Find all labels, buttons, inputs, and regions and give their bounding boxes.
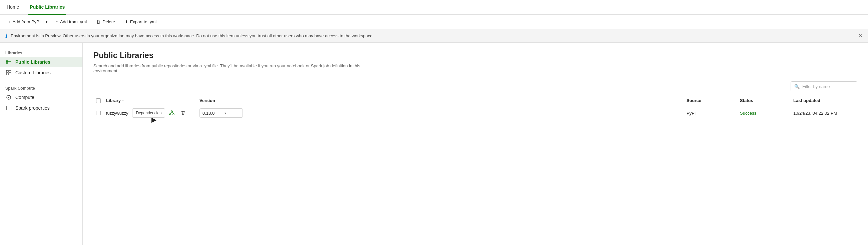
col-last-updated-label: Last updated xyxy=(793,98,820,103)
svg-line-16 xyxy=(170,112,172,114)
version-dropdown[interactable]: 0.18.0 ▾ xyxy=(199,108,243,118)
custom-libraries-icon xyxy=(5,70,12,75)
sidebar-public-libraries-label: Public Libraries xyxy=(16,59,50,65)
sidebar-item-public-libraries[interactable]: Public Libraries xyxy=(0,57,83,67)
row-version-cell: 0.18.0 ▾ xyxy=(197,108,684,118)
sidebar-item-compute[interactable]: Compute xyxy=(0,92,83,103)
library-table: Library ↑ Version Source Status Last upd… xyxy=(93,95,857,120)
filter-input-wrap: 🔍 xyxy=(790,81,857,91)
table-header: Library ↑ Version Source Status Last upd… xyxy=(93,95,857,106)
last-updated-value: 10/24/23, 04:22:02 PM xyxy=(793,111,837,116)
public-libraries-icon xyxy=(5,59,12,65)
filter-input[interactable] xyxy=(802,84,854,89)
libraries-section-label: Libraries xyxy=(0,48,83,57)
add-from-pypi-dropdown[interactable]: ▾ xyxy=(43,17,50,27)
page-title: Public Libraries xyxy=(93,51,857,60)
version-chevron-icon: ▾ xyxy=(224,111,226,115)
col-last-updated: Last updated xyxy=(790,98,857,103)
page-description: Search and add libraries from public rep… xyxy=(93,63,360,73)
sidebar-compute-label: Compute xyxy=(16,95,34,100)
row-library-cell: fuzzywuzzy Dependencies xyxy=(103,108,197,118)
delete-label: Delete xyxy=(102,19,115,24)
svg-rect-4 xyxy=(9,70,11,72)
col-source-label: Source xyxy=(686,98,701,103)
add-from-yml-label: Add from .yml xyxy=(60,19,87,24)
upload-icon: ↑ xyxy=(56,19,58,24)
status-value: Success xyxy=(740,111,756,116)
banner-close-button[interactable]: ✕ xyxy=(858,33,863,39)
header-checkbox[interactable] xyxy=(96,98,101,103)
row-source-cell: PyPI xyxy=(684,111,737,116)
col-source: Source xyxy=(684,98,737,103)
export-to-yml-label: Export to .yml xyxy=(130,19,156,24)
row-status-cell: Success xyxy=(737,111,790,116)
row-last-updated-cell: 10/24/23, 04:22:02 PM xyxy=(790,111,857,116)
main-layout: Libraries Public Libraries Custom Librar… xyxy=(0,43,868,245)
svg-rect-3 xyxy=(6,70,8,72)
svg-line-17 xyxy=(172,112,174,114)
row-checkbox-cell xyxy=(93,111,103,115)
col-library: Library ↑ xyxy=(103,98,197,103)
sidebar-spark-properties-label: Spark properties xyxy=(16,105,50,111)
source-value: PyPI xyxy=(686,111,695,116)
nav-home[interactable]: Home xyxy=(5,0,20,15)
row-checkbox[interactable] xyxy=(96,111,101,115)
banner-content: ℹ Environment is in Preview. Other users… xyxy=(5,33,374,39)
delete-button[interactable]: 🗑 Delete xyxy=(93,17,118,27)
svg-point-8 xyxy=(8,97,9,98)
library-sort-icon[interactable]: ↑ xyxy=(122,99,124,103)
add-from-pypi-label: Add from PyPI xyxy=(13,19,41,24)
svg-rect-5 xyxy=(6,73,8,75)
svg-point-13 xyxy=(171,111,173,112)
spark-properties-icon xyxy=(5,105,12,111)
col-status-label: Status xyxy=(740,98,753,103)
col-version-label: Version xyxy=(199,98,215,103)
main-content: Public Libraries Search and add librarie… xyxy=(83,43,868,245)
add-from-pypi-split: + Add from PyPI ▾ xyxy=(5,17,50,27)
preview-banner: ℹ Environment is in Preview. Other users… xyxy=(0,29,868,43)
add-icon: + xyxy=(8,19,11,24)
filter-bar: 🔍 xyxy=(93,81,857,91)
row-actions: Dependencies xyxy=(132,108,188,118)
compute-icon xyxy=(5,95,12,100)
library-name: fuzzywuzzy xyxy=(106,111,128,116)
toolbar: + Add from PyPI ▾ ↑ Add from .yml 🗑 Dele… xyxy=(0,15,868,29)
col-version: Version xyxy=(197,98,684,103)
col-library-label: Library xyxy=(106,98,121,103)
version-value: 0.18.0 xyxy=(203,111,215,116)
sidebar-item-spark-properties[interactable]: Spark properties xyxy=(0,103,83,113)
dependencies-button[interactable]: Dependencies xyxy=(132,108,165,118)
svg-point-15 xyxy=(173,114,174,115)
filter-search-icon: 🔍 xyxy=(794,84,800,89)
sidebar-item-custom-libraries[interactable]: Custom Libraries xyxy=(0,67,83,78)
svg-rect-0 xyxy=(6,60,11,64)
nav-public-libraries[interactable]: Public Libraries xyxy=(28,0,66,15)
export-icon: ⬆ xyxy=(124,19,128,24)
banner-text: Environment is in Preview. Other users i… xyxy=(11,33,374,38)
col-checkbox xyxy=(93,98,103,103)
svg-rect-6 xyxy=(9,73,11,75)
col-status: Status xyxy=(737,98,790,103)
add-from-pypi-button[interactable]: + Add from PyPI xyxy=(5,17,43,27)
top-nav: Home Public Libraries xyxy=(0,0,868,15)
info-icon: ℹ xyxy=(5,33,7,39)
sidebar: Libraries Public Libraries Custom Librar… xyxy=(0,43,83,245)
table-row: fuzzywuzzy Dependencies xyxy=(93,106,857,120)
add-from-yml-button[interactable]: ↑ Add from .yml xyxy=(52,17,90,27)
delete-row-button[interactable] xyxy=(179,108,188,118)
svg-point-14 xyxy=(169,114,171,115)
delete-icon: 🗑 xyxy=(96,19,100,24)
export-to-yml-button[interactable]: ⬆ Export to .yml xyxy=(121,17,160,27)
dependency-graph-button[interactable] xyxy=(167,108,177,118)
sidebar-custom-libraries-label: Custom Libraries xyxy=(16,70,51,75)
spark-compute-section-label: Spark Compute xyxy=(0,83,83,92)
